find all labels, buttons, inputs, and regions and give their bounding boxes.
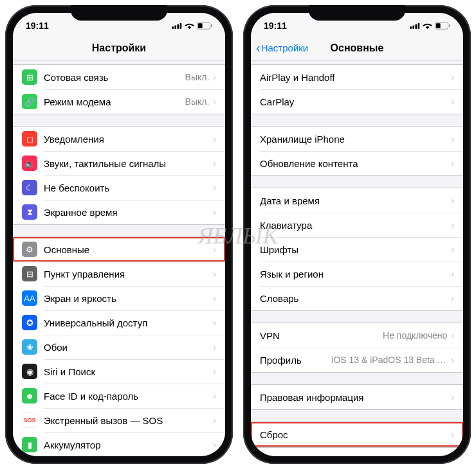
list-item-label: Уведомления bbox=[44, 134, 213, 145]
status-time: 19:11 bbox=[26, 21, 49, 31]
list-item-label: Экстренный вызов — SOS bbox=[44, 415, 213, 426]
list-item[interactable]: Словарь› bbox=[251, 286, 463, 310]
chevron-right-icon: › bbox=[451, 134, 454, 144]
chevron-left-icon: ‹ bbox=[256, 40, 261, 55]
list-item[interactable]: ⊞Сотовая связьВыкл.› bbox=[13, 65, 225, 89]
list-item-value: Выкл. bbox=[185, 72, 210, 82]
chevron-right-icon: › bbox=[213, 96, 216, 107]
list-item[interactable]: ◉Siri и Поиск› bbox=[13, 359, 225, 384]
list-item-label: Сотовая связь bbox=[44, 72, 185, 83]
list-item[interactable]: Хранилище iPhone› bbox=[251, 127, 463, 151]
list-item[interactable]: Шрифты› bbox=[251, 237, 463, 262]
back-button[interactable]: ‹ Настройки bbox=[256, 40, 308, 55]
list-item-label: Хранилище iPhone bbox=[260, 134, 451, 145]
list-item[interactable]: AAЭкран и яркость› bbox=[13, 286, 225, 310]
accessibility-icon: ✪ bbox=[22, 315, 37, 330]
list-item-label: Экранное время bbox=[44, 207, 213, 218]
svg-rect-0 bbox=[172, 26, 174, 29]
signal-icon bbox=[410, 22, 420, 29]
list-item-label: CarPlay bbox=[260, 96, 451, 107]
wifi-icon bbox=[185, 22, 194, 30]
sos-icon: SOS bbox=[22, 413, 37, 428]
phone-right: 19:11 ‹ Настройки Основные AirPlay и Han… bbox=[243, 5, 471, 464]
chevron-right-icon: › bbox=[451, 269, 454, 279]
list-item-label: Не беспокоить bbox=[44, 182, 213, 193]
list-item[interactable]: ✪Универсальный доступ› bbox=[13, 310, 225, 335]
settings-group: Дата и время›Клавиатура›Шрифты›Язык и ре… bbox=[251, 188, 463, 311]
list-item[interactable]: ▮Аккумулятор› bbox=[13, 432, 225, 456]
battery-icon: ▮ bbox=[22, 437, 37, 452]
svg-rect-5 bbox=[211, 24, 212, 27]
list-item[interactable]: CarPlay› bbox=[251, 89, 463, 114]
svg-rect-8 bbox=[412, 26, 414, 29]
list-item[interactable]: Обновление контента› bbox=[251, 151, 463, 175]
list-item[interactable]: VPNНе подключено› bbox=[251, 323, 463, 348]
battery-icon bbox=[197, 22, 212, 30]
list-item[interactable]: ☾Не беспокоить› bbox=[13, 175, 225, 200]
signal-icon bbox=[172, 22, 182, 29]
chevron-right-icon: › bbox=[213, 134, 216, 144]
list-item[interactable]: Клавиатура› bbox=[251, 213, 463, 237]
wallpaper-icon: ❀ bbox=[22, 339, 37, 355]
nav-bar: Настройки bbox=[13, 36, 225, 60]
settings-group: VPNНе подключено›ПрофильiOS 13 & iPadOS … bbox=[251, 323, 463, 373]
list-item[interactable]: ❀Обои› bbox=[13, 335, 225, 359]
display-icon: AA bbox=[22, 290, 37, 306]
list-item[interactable]: ⊟Пункт управления› bbox=[13, 262, 225, 286]
list-item[interactable]: Правовая информация› bbox=[251, 385, 463, 409]
list-item-label: Словарь bbox=[260, 293, 451, 304]
list-item-label: Дата и время bbox=[260, 195, 451, 206]
list-item[interactable]: ПрофильiOS 13 & iPadOS 13 Beta Software.… bbox=[251, 348, 463, 372]
list-item[interactable]: SOSЭкстренный вызов — SOS› bbox=[13, 408, 225, 432]
list-item-label: Экран и яркость bbox=[44, 293, 213, 304]
list-item-label: Основные bbox=[44, 244, 213, 255]
chevron-right-icon: › bbox=[213, 317, 216, 328]
list-item-value: Выкл. bbox=[185, 96, 210, 107]
svg-rect-10 bbox=[418, 23, 420, 29]
status-time: 19:11 bbox=[264, 21, 287, 31]
chevron-right-icon: › bbox=[213, 342, 216, 352]
nav-bar: ‹ Настройки Основные bbox=[251, 36, 463, 60]
shutdown-button[interactable]: Выключить bbox=[251, 447, 463, 456]
svg-rect-6 bbox=[198, 23, 203, 28]
chevron-right-icon: › bbox=[451, 330, 454, 341]
list-item[interactable]: ⚙Основные› bbox=[13, 237, 225, 262]
shutdown-label: Выключить bbox=[260, 455, 454, 456]
dnd-icon: ☾ bbox=[22, 180, 37, 195]
list-item[interactable]: ⧗Экранное время› bbox=[13, 200, 225, 224]
chevron-right-icon: › bbox=[213, 269, 216, 279]
back-label: Настройки bbox=[261, 42, 309, 53]
chevron-right-icon: › bbox=[213, 293, 216, 303]
list-item-label: AirPlay и Handoff bbox=[260, 72, 451, 83]
settings-list[interactable]: ⊞Сотовая связьВыкл.›🔗Режим модемаВыкл.›◻… bbox=[13, 60, 225, 456]
page-title: Основные bbox=[331, 42, 384, 54]
svg-rect-9 bbox=[415, 24, 417, 29]
list-item-label: Face ID и код-пароль bbox=[44, 391, 213, 402]
list-item-label: Профиль bbox=[260, 355, 331, 366]
control-center-icon: ⊟ bbox=[22, 266, 37, 281]
chevron-right-icon: › bbox=[451, 72, 454, 82]
list-item[interactable]: 🔈Звуки, тактильные сигналы› bbox=[13, 151, 225, 175]
chevron-right-icon: › bbox=[213, 72, 216, 82]
chevron-right-icon: › bbox=[451, 392, 454, 402]
chevron-right-icon: › bbox=[451, 220, 454, 230]
list-item[interactable]: Дата и время› bbox=[251, 188, 463, 213]
list-item-label: Обновление контента bbox=[260, 158, 451, 169]
notch bbox=[71, 5, 167, 21]
list-item[interactable]: ☻Face ID и код-пароль› bbox=[13, 384, 225, 408]
list-item-label: Siri и Поиск bbox=[44, 366, 213, 377]
list-item[interactable]: ◻Уведомления› bbox=[13, 127, 225, 151]
list-item[interactable]: Сброс› bbox=[251, 422, 463, 447]
list-item-label: Аккумулятор bbox=[44, 440, 213, 450]
general-list[interactable]: AirPlay и Handoff›CarPlay›Хранилище iPho… bbox=[251, 60, 463, 456]
list-item-label: Универсальный доступ bbox=[44, 317, 213, 328]
list-item[interactable]: AirPlay и Handoff› bbox=[251, 65, 463, 89]
settings-group: ⊞Сотовая связьВыкл.›🔗Режим модемаВыкл.› bbox=[13, 64, 225, 114]
svg-rect-3 bbox=[180, 23, 182, 29]
chevron-right-icon: › bbox=[451, 244, 454, 254]
list-item[interactable]: Язык и регион› bbox=[251, 262, 463, 286]
list-item[interactable]: 🔗Режим модемаВыкл.› bbox=[13, 89, 225, 114]
antenna-icon: ⊞ bbox=[22, 69, 37, 85]
battery-icon bbox=[435, 22, 450, 30]
chevron-right-icon: › bbox=[213, 415, 216, 425]
